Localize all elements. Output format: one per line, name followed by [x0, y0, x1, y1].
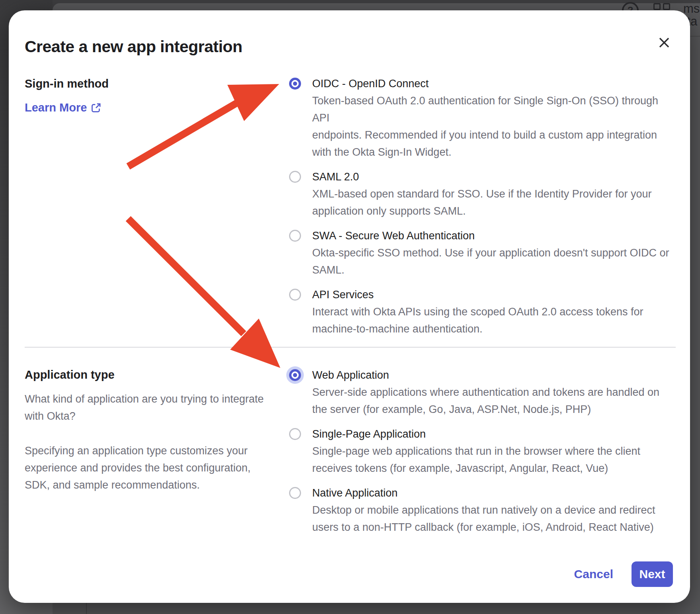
option-swa-label: SWA - Secure Web Authentication — [312, 227, 669, 244]
application-type-heading: Application type — [25, 368, 115, 382]
option-single-page-application-label: Single-Page Application — [312, 426, 640, 443]
signin-method-options: OIDC - OpenID Connect Token-based OAuth … — [289, 75, 674, 345]
cancel-button[interactable]: Cancel — [574, 567, 613, 581]
radio-single-page-application[interactable] — [289, 428, 301, 440]
radio-oidc[interactable] — [289, 78, 301, 90]
create-app-integration-dialog: Create a new app integration Sign-in met… — [9, 10, 690, 603]
close-icon — [657, 35, 672, 50]
signin-method-heading: Sign-in method — [25, 76, 109, 91]
option-api-services-description: Interact with Okta APIs using the scoped… — [312, 303, 643, 338]
option-swa-text: SWA - Secure Web Authentication Okta-spe… — [312, 227, 669, 279]
radio-api-services[interactable] — [289, 289, 301, 301]
option-saml-text: SAML 2.0 XML-based open standard for SSO… — [312, 168, 651, 220]
account-text-line-1: msh — [683, 2, 700, 16]
option-saml[interactable]: SAML 2.0 XML-based open standard for SSO… — [289, 168, 674, 220]
section-divider — [25, 347, 676, 348]
background-panel-divider — [86, 603, 87, 614]
option-oidc-description: Token-based OAuth 2.0 authentication for… — [312, 92, 674, 161]
option-oidc-text: OIDC - OpenID Connect Token-based OAuth … — [312, 75, 674, 161]
application-type-question: What kind of application are you trying … — [25, 391, 280, 425]
dialog-title: Create a new app integration — [25, 37, 242, 56]
option-web-application[interactable]: Web Application Server-side applications… — [289, 367, 674, 418]
option-saml-label: SAML 2.0 — [312, 168, 651, 186]
option-api-services-text: API Services Interact with Okta APIs usi… — [312, 286, 643, 338]
learn-more-label: Learn More — [25, 101, 87, 114]
radio-web-application[interactable] — [289, 369, 301, 381]
option-oidc-label: OIDC - OpenID Connect — [312, 75, 674, 92]
dialog-footer: Cancel Next — [574, 561, 673, 587]
application-type-note: Specifying an application type customize… — [25, 442, 280, 494]
application-type-options: Web Application Server-side applications… — [289, 367, 674, 544]
option-native-application-label: Native Application — [312, 485, 655, 502]
learn-more-link[interactable]: Learn More — [25, 101, 102, 114]
option-oidc[interactable]: OIDC - OpenID Connect Token-based OAuth … — [289, 75, 674, 161]
option-web-application-label: Web Application — [312, 367, 659, 384]
external-link-icon — [91, 102, 102, 113]
option-native-application-text: Native Application Desktop or mobile app… — [312, 485, 655, 536]
option-web-application-text: Web Application Server-side applications… — [312, 367, 659, 418]
radio-native-application[interactable] — [289, 487, 301, 499]
radio-saml[interactable] — [289, 171, 301, 183]
option-swa-description: Okta-specific SSO method. Use if your ap… — [312, 244, 669, 279]
option-single-page-application[interactable]: Single-Page Application Single-page web … — [289, 426, 674, 477]
option-api-services[interactable]: API Services Interact with Okta APIs usi… — [289, 286, 674, 338]
option-api-services-label: API Services — [312, 286, 643, 303]
radio-swa[interactable] — [289, 230, 301, 242]
screen: ? msh kta Create a new app integration S… — [0, 0, 700, 614]
option-single-page-application-description: Single-page web applications that run in… — [312, 443, 640, 477]
apps-grid-icon — [653, 3, 670, 10]
option-swa[interactable]: SWA - Secure Web Authentication Okta-spe… — [289, 227, 674, 279]
option-native-application[interactable]: Native Application Desktop or mobile app… — [289, 485, 674, 536]
next-button[interactable]: Next — [632, 561, 673, 587]
close-button[interactable] — [657, 35, 672, 50]
option-native-application-description: Desktop or mobile applications that run … — [312, 502, 655, 536]
option-single-page-application-text: Single-Page Application Single-page web … — [312, 426, 640, 477]
option-web-application-description: Server-side applications where authentic… — [312, 384, 659, 418]
option-saml-description: XML-based open standard for SSO. Use if … — [312, 186, 651, 220]
